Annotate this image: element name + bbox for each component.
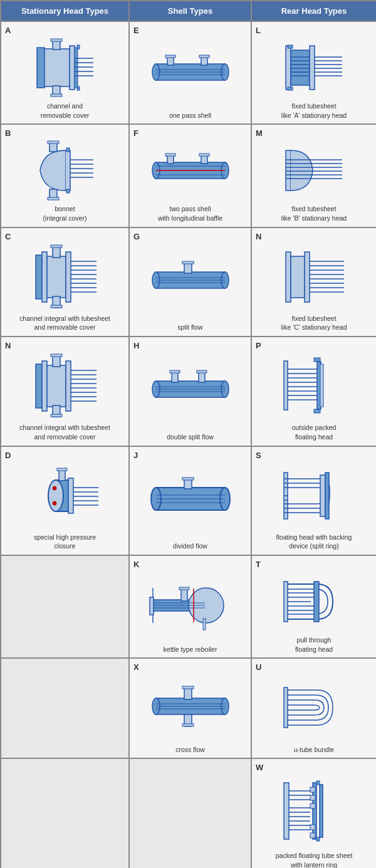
diagram-X [132,673,248,742]
svg-rect-107 [51,414,62,417]
svg-rect-155 [182,478,194,480]
svg-rect-46 [66,148,70,152]
svg-rect-34 [288,45,293,48]
cell-H: H double split flow [129,337,251,446]
svg-rect-84 [184,263,192,273]
svg-rect-204 [310,795,315,800]
svg-rect-191 [184,688,192,699]
caption-L: fixed tubesheetlike 'A' stationary head [281,102,347,120]
svg-rect-102 [47,365,66,407]
cell-empty-2 [1,658,129,758]
cell-empty-3 [1,758,129,868]
svg-rect-180 [203,619,206,630]
svg-rect-53 [165,154,175,156]
cell-U: U u-tube bundle [251,658,376,758]
svg-rect-103 [66,361,71,411]
svg-rect-207 [310,833,315,838]
svg-point-142 [53,486,56,490]
svg-rect-105 [51,354,62,357]
cell-N-stat: N channel integral wi [1,337,129,446]
svg-rect-85 [182,261,194,264]
caption-N-stat: channel integral with tubesheetand remov… [19,423,110,441]
caption-P: outside packedfloating head [292,423,337,441]
svg-rect-199 [284,783,289,839]
diagram-K [132,570,248,642]
svg-rect-194 [182,724,194,726]
svg-rect-202 [316,837,320,841]
header-shell: Shell Types [129,1,251,21]
svg-point-140 [48,480,63,511]
cell-G: G split flow [129,227,251,337]
diagram-H [132,352,248,430]
cell-C: C [1,227,129,337]
cell-X: X cross flow [129,658,251,758]
diagram-B [4,139,126,202]
diagram-C [4,243,126,311]
svg-rect-141 [68,478,73,513]
svg-rect-14 [77,86,80,90]
caption-A: channel andremovable cover [41,102,90,120]
svg-rect-206 [310,825,315,830]
svg-rect-173 [181,588,187,601]
svg-rect-5 [51,39,62,41]
svg-rect-58 [286,150,291,191]
svg-rect-201 [316,781,320,785]
cell-M: M fixed tubesheetlike 'B' stationary hea… [251,124,376,227]
cell-T: T pull throughfloating head [251,555,376,658]
svg-rect-33 [310,46,315,90]
svg-rect-122 [197,370,207,373]
caption-U: u-tube bundle [294,745,334,755]
caption-W: packed floating tube sheetwith lantern r… [276,851,353,868]
diagram-N [254,243,373,311]
svg-rect-21 [199,55,209,58]
svg-rect-35 [288,87,293,90]
svg-rect-175 [150,597,154,615]
svg-rect-91 [305,252,310,302]
caption-M: fixed tubesheetlike 'B' stationary head [281,204,347,222]
diagram-M [254,139,373,202]
diagram-G [132,243,248,321]
svg-rect-198 [284,688,288,728]
caption-E: one pass shell [169,111,211,120]
svg-rect-90 [291,256,305,298]
caption-N-rear: fixed tubesheetlike 'C' stationary head [281,314,347,332]
cell-F: F two pass shellwith longitudi [129,124,251,227]
diagram-P [254,352,373,421]
cell-W: W [251,758,376,868]
caption-B: bonnet(integral cover) [43,204,86,222]
caption-T: pull throughfloating head [295,635,333,654]
svg-rect-72 [51,305,62,308]
svg-rect-19 [165,55,175,58]
cell-N: N fixed tubesheetlike 'C' stationary hea… [251,227,376,337]
svg-rect-2 [75,48,78,88]
cell-L: L fixed tubesheetlike [251,21,376,124]
svg-point-143 [53,501,56,505]
svg-rect-203 [310,787,315,792]
diagram-D [4,461,126,530]
svg-rect-121 [199,372,205,382]
header-stationary: Stationary Head Types [1,1,129,21]
svg-rect-217 [320,785,323,837]
svg-rect-187 [284,582,288,622]
diagram-A [4,36,126,99]
diagram-L [254,36,373,99]
diagram-F [132,139,248,202]
svg-rect-1 [43,49,70,86]
svg-rect-55 [199,154,209,156]
svg-rect-66 [42,252,47,302]
svg-rect-26 [291,50,310,85]
cell-S: S f [251,446,376,555]
caption-C: channel integral with tubesheetand remov… [19,314,110,332]
cell-E: E one pass shell [129,21,251,124]
cell-K: K [129,555,251,658]
svg-rect-47 [66,189,70,193]
caption-D: special high pressureclosure [34,533,96,551]
svg-rect-126 [314,358,320,362]
svg-rect-69 [53,246,60,258]
caption-S: floating head with backingdevice (split … [276,533,352,551]
main-grid: Stationary Head Types Shell Types Rear H… [0,0,376,868]
svg-rect-104 [53,355,60,367]
diagram-U [254,673,373,742]
header-rear: Rear Head Types [251,1,376,21]
svg-rect-144 [59,469,65,481]
